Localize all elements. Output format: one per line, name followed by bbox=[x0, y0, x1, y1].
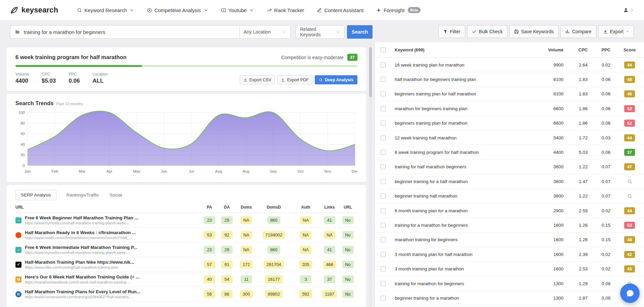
keyword-row[interactable]: beginner training for a marathon13001.87… bbox=[375, 291, 644, 305]
keyword-checkbox[interactable] bbox=[381, 150, 386, 155]
serp-metric: NA bbox=[241, 216, 252, 224]
nav-item-youtube[interactable]: Youtube bbox=[221, 7, 254, 13]
serp-metric: 37 bbox=[324, 275, 335, 283]
bulk-check-button[interactable]: Bulk Check bbox=[467, 25, 507, 38]
chevron-down-icon bbox=[203, 8, 208, 13]
nav-item-label: Competitive Analysis bbox=[154, 7, 201, 13]
serp-result-link[interactable]: Half-Marathon Training Plan Nike https:/… bbox=[25, 260, 134, 265]
keyword-text: training for half marathon beginners bbox=[391, 164, 537, 169]
keyword-ppc: 0.02 bbox=[592, 208, 615, 213]
keyword-checkbox[interactable] bbox=[381, 62, 386, 68]
keyword-row[interactable]: beginners training plan for marathon6600… bbox=[375, 116, 644, 131]
keyword-text: marathon for beginners training plan bbox=[391, 106, 537, 111]
keyword-text: 6 week training program for half maratho… bbox=[391, 150, 537, 155]
keyword-checkbox[interactable] bbox=[381, 106, 386, 111]
keyword-checkbox[interactable] bbox=[381, 208, 386, 213]
keyword-row[interactable]: training for half marathon beginners3600… bbox=[375, 160, 644, 174]
keyword-row[interactable]: 3 month training plan for half marathon1… bbox=[375, 247, 644, 262]
serp-result-link[interactable]: Here's Our 6 Week Half Marathon Training… bbox=[25, 274, 140, 279]
nav-item-competitive-analysis[interactable]: Competitive Analysis bbox=[147, 7, 208, 13]
keyword-checkbox[interactable] bbox=[381, 179, 386, 184]
search-button[interactable]: Search bbox=[347, 25, 373, 39]
keyword-row[interactable]: 6 week training program for half maratho… bbox=[375, 145, 644, 160]
keyword-row[interactable]: training for marathon for beginners13001… bbox=[375, 276, 644, 291]
keyword-volume: 1600 bbox=[537, 252, 568, 257]
score-check-icon[interactable] bbox=[627, 193, 632, 199]
keyword-checkbox[interactable] bbox=[381, 121, 386, 126]
score-badge: 53 bbox=[624, 222, 635, 229]
search-field bbox=[10, 25, 239, 39]
play-icon bbox=[221, 8, 226, 13]
tab-serp-analysis[interactable]: SERP Analysis bbox=[15, 190, 56, 200]
keyword-mode-select[interactable]: Related Keywords bbox=[296, 25, 344, 39]
keyword-row[interactable]: beginners training plan for half maratho… bbox=[375, 87, 644, 101]
keyword-row[interactable]: 6 month training plan for a marathon2900… bbox=[375, 204, 644, 218]
account-menu[interactable] bbox=[623, 7, 634, 13]
serp-result-link[interactable]: Free 6 Week Intermediate Half Marathon T… bbox=[25, 245, 137, 250]
export-csv-button[interactable]: Export CSV bbox=[240, 75, 275, 84]
keyword-row[interactable]: half marathon for beginners training pla… bbox=[375, 72, 644, 87]
keyword-checkbox[interactable] bbox=[381, 266, 386, 271]
keyword-row[interactable]: 12 week training half marathon54001.720.… bbox=[375, 131, 644, 145]
location-select[interactable]: Any Location bbox=[239, 25, 291, 39]
nav-item-foresight[interactable]: ForesightBeta bbox=[376, 7, 420, 13]
chat-launcher[interactable] bbox=[620, 283, 640, 303]
folder-icon[interactable] bbox=[15, 29, 20, 35]
export-button[interactable]: Export bbox=[598, 25, 634, 38]
tab-social[interactable]: Social bbox=[109, 190, 123, 200]
keyword-cpc: 1.83 bbox=[568, 91, 592, 96]
tab-rankings-traffic[interactable]: Rankings/Traffic bbox=[66, 190, 100, 200]
serp-result-link[interactable]: Half Marathon Ready in 6 Weeks : r/first… bbox=[25, 230, 136, 235]
chevron-down-icon bbox=[630, 8, 634, 12]
svg-text:Jul: Jul bbox=[189, 169, 194, 173]
logo[interactable]: keysearch bbox=[10, 6, 58, 14]
keyword-volume: 8100 bbox=[537, 77, 568, 82]
pencil-icon bbox=[317, 8, 322, 13]
compare-button[interactable]: Compare bbox=[560, 25, 596, 38]
keyword-checkbox[interactable] bbox=[381, 237, 386, 242]
serp-metric: 86 bbox=[221, 290, 233, 298]
serp-tabs: SERP AnalysisRankings/TrafficSocial bbox=[15, 190, 357, 200]
serp-result-link[interactable]: Half Marathon Training Plans for Every L… bbox=[25, 289, 140, 294]
keyword-row[interactable]: beginner training for a half marathon360… bbox=[375, 174, 644, 189]
keyword-checkbox[interactable] bbox=[381, 164, 386, 169]
serp-result-link[interactable]: Free 6 Week Beginner Half Marathon Train… bbox=[25, 215, 138, 220]
keyword-row[interactable]: marathon for beginners training plan6600… bbox=[375, 101, 644, 116]
nav-item-rank-tracker[interactable]: Rank Tracker bbox=[267, 7, 304, 13]
keyword-row[interactable]: training for a marathon for beginners160… bbox=[375, 218, 644, 232]
keyword-row[interactable]: 3 month training plan for marathon16002.… bbox=[375, 262, 644, 276]
serp-result-url: https://www.mymottiv.com/half-marathon-t… bbox=[25, 251, 137, 255]
serp-result-url: https://www.mymottiv.com/half-marathon-t… bbox=[25, 221, 138, 225]
keyword-ppc: 0.06 bbox=[592, 121, 615, 126]
serp-card: SERP AnalysisRankings/TrafficSocial URLP… bbox=[7, 185, 366, 307]
keyword-ppc: 0.07 bbox=[592, 164, 615, 169]
search-toolbar: Any Location Related Keywords Search Fil… bbox=[0, 20, 644, 42]
svg-text:60: 60 bbox=[20, 132, 25, 136]
search-input[interactable] bbox=[24, 29, 235, 35]
keyword-checkbox[interactable] bbox=[381, 91, 386, 96]
keyword-checkbox[interactable] bbox=[381, 252, 386, 257]
keyword-cpc: 5.03 bbox=[568, 150, 592, 155]
nav-item-content-assistant[interactable]: Content Assistant bbox=[317, 7, 363, 13]
keyword-row[interactable]: beginner training half marathon36001.220… bbox=[375, 189, 644, 204]
keyword-checkbox[interactable] bbox=[381, 223, 386, 228]
keyword-volume: 6600 bbox=[537, 121, 568, 126]
serp-table-header: URLPADADomsDomsDAuthLinksURL bbox=[15, 205, 357, 213]
keyword-checkbox[interactable] bbox=[381, 281, 386, 286]
save-keywords-button[interactable]: Save Keywords bbox=[509, 25, 558, 38]
keyword-checkbox[interactable] bbox=[381, 135, 386, 140]
keyword-checkbox[interactable] bbox=[381, 296, 386, 301]
export-pdf-button[interactable]: Export PDF bbox=[277, 75, 312, 84]
serp-metric: 29 bbox=[221, 246, 233, 254]
keyword-row[interactable]: marathon training for beginners16001.260… bbox=[375, 233, 644, 247]
deep-analysis-button[interactable]: Deep Analysis bbox=[315, 75, 357, 84]
keyword-row[interactable]: 16 week training plan for marathon99002.… bbox=[375, 58, 644, 72]
score-check-icon[interactable] bbox=[627, 179, 632, 184]
serp-metric: 40 bbox=[204, 275, 215, 283]
filter-button[interactable]: Filter bbox=[438, 25, 465, 38]
keyword-checkbox[interactable] bbox=[381, 193, 386, 199]
scrollbar-thumb[interactable] bbox=[369, 47, 372, 97]
keyword-checkbox[interactable] bbox=[381, 77, 386, 82]
select-all-checkbox[interactable] bbox=[381, 47, 386, 52]
nav-item-keyword-research[interactable]: Keyword Research bbox=[77, 7, 134, 13]
